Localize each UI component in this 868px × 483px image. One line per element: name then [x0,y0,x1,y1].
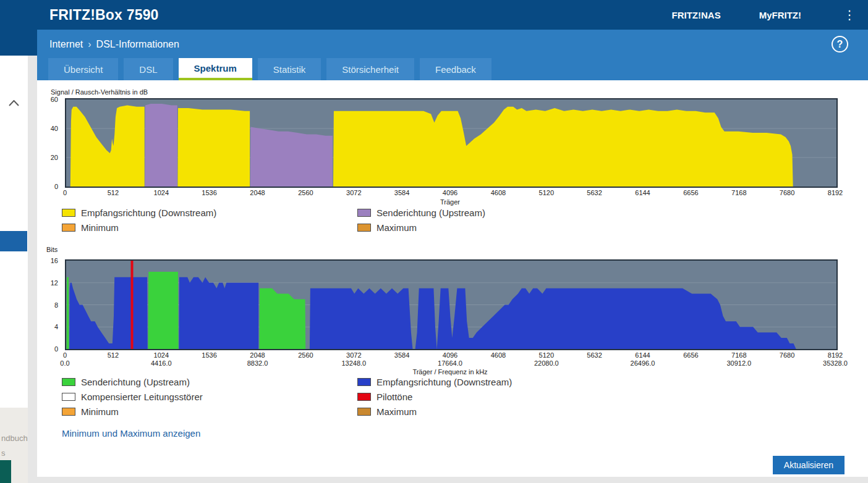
legend-item-upstream: Senderichtung (Upstream) [357,208,485,218]
breadcrumb: Internet›DSL-Informationen [49,39,179,50]
legend-label: Maximum [377,406,417,417]
freq-tick-label: 22080.0 [534,359,559,367]
bits-frequency-axis: 0.04416.08832.013248.017664.022080.02649… [65,359,835,368]
y-tick-label: 0 [54,183,58,190]
x-tick-label: 1024 [154,189,169,196]
x-tick-label: 512 [108,189,119,196]
bits-plot-area [65,259,838,350]
kebab-menu-icon[interactable]: ⋮ [840,9,859,21]
pilottoene-swatch-icon [357,393,371,401]
breadcrumb-page: DSL-Informationen [96,39,179,49]
legend-label: Senderichtung (Upstream) [81,377,190,387]
maximum-swatch-icon [357,224,371,232]
y-tick-label: 8 [54,301,58,309]
myfritz-link[interactable]: MyFRITZ! [759,10,801,20]
tab-bar: Übersicht DSL Spektrum Statistik Störsic… [48,58,491,80]
snr-chart: Signal / Rausch-Verhältnis in dB 0204060… [37,80,868,477]
top-bar: FRITZ!Box 7590 FRITZ!NAS MyFRITZ! ⋮ [0,0,868,30]
x-tick-label: 4096 [443,189,457,196]
bits-legend: Senderichtung (Upstream) Empfangsrichtun… [62,377,512,417]
legend-label: Maximum [377,222,417,233]
x-tick-label: 2048 [250,351,265,359]
app-title: FRITZ!Box 7590 [49,7,159,23]
x-tick-label: 2048 [250,189,265,196]
freq-tick-label: 8832.0 [247,359,268,367]
sidebar [0,56,28,408]
x-tick-label: 512 [108,351,119,359]
freq-tick-label: 26496.0 [631,359,655,367]
sidebar-header-block [0,30,37,56]
legend-label: Minimum [81,406,119,417]
snr-legend: Empfangsrichtung (Downstream) Sendericht… [62,208,485,233]
bits-plot-canvas [66,261,836,349]
bits-x-axis-label: Träger / Frequenz in kHz [65,368,835,376]
snr-plot-area [65,98,838,188]
x-tick-label: 0 [63,351,67,359]
freq-tick-label: 17664.0 [438,359,462,367]
help-button[interactable]: ? [832,36,848,52]
sidebar-link-fragment[interactable]: s [0,448,28,458]
x-tick-label: 3584 [394,351,409,359]
y-tick-label: 0 [54,345,58,353]
downstream-swatch-icon [62,209,75,217]
x-tick-label: 8192 [828,351,843,359]
downstream-swatch-icon [357,378,371,386]
upstream-swatch-icon [62,378,75,386]
bits-x-axis: 0512102415362048256030723584409646085120… [65,351,835,359]
sidebar-link-handbuch[interactable]: ndbuch [0,434,28,443]
tab-stoersicherheit[interactable]: Störsicherheit [326,58,414,80]
y-tick-label: 40 [51,125,58,132]
x-tick-label: 7168 [731,189,746,196]
x-tick-label: 3072 [346,351,361,359]
chevron-up-icon [9,100,19,106]
x-tick-label: 7680 [780,189,794,196]
freq-tick-label: 13248.0 [341,359,366,367]
freq-tick-label: 0.0 [60,359,69,367]
legend-item-upstream: Senderichtung (Upstream) [62,377,357,387]
legend-item-kompensierter: Kompensierter Leitungsstörer [62,392,357,402]
legend-label: Kompensierter Leitungsstörer [81,392,203,402]
x-tick-label: 4096 [443,351,457,359]
legend-item-downstream: Empfangsrichtung (Downstream) [357,377,512,387]
legend-item-minimum: Minimum [62,406,357,417]
sidebar-active-item[interactable] [0,231,27,251]
sidebar-bottom-badge [0,460,11,483]
fritznas-link[interactable]: FRITZ!NAS [672,10,721,20]
x-tick-label: 2560 [298,189,313,196]
tab-feedback[interactable]: Feedback [420,58,491,80]
bits-chart: Bits 0481216 051210241536204825603072358… [37,80,868,477]
freq-tick-label: 35328.0 [823,359,848,367]
breadcrumb-section[interactable]: Internet [49,39,83,49]
tab-spektrum[interactable]: Spektrum [179,58,252,80]
x-tick-label: 1536 [202,351,216,359]
minimum-swatch-icon [62,224,75,232]
x-tick-label: 2560 [298,351,313,359]
y-tick-label: 12 [51,279,58,287]
x-tick-label: 6144 [635,351,650,359]
x-tick-label: 5632 [587,351,602,359]
x-tick-label: 6656 [683,189,698,196]
bits-chart-title: Bits [46,246,57,253]
legend-item-maximum: Maximum [357,222,485,233]
x-tick-label: 1024 [154,351,169,359]
snr-y-axis: 0204060 [37,99,62,187]
tab-statistik[interactable]: Statistik [258,58,321,80]
tab-dsl[interactable]: DSL [124,58,172,80]
y-tick-label: 20 [51,154,58,161]
refresh-button[interactable]: Aktualisieren [773,456,845,474]
x-tick-label: 4608 [491,189,506,196]
x-tick-label: 7168 [731,351,746,359]
upstream-swatch-icon [357,209,371,217]
x-tick-label: 1536 [202,189,216,196]
freq-tick-label: 30912.0 [726,359,751,367]
show-min-max-link[interactable]: Minimum und Maximum anzeigen [62,428,200,439]
collapse-sidebar-button[interactable] [9,100,19,106]
y-tick-label: 60 [51,96,58,103]
content-panel: Signal / Rausch-Verhältnis in dB 0204060… [37,80,868,477]
x-tick-label: 4608 [491,351,506,359]
legend-label: Empfangsrichtung (Downstream) [81,208,216,218]
maximum-swatch-icon [357,408,371,416]
tab-uebersicht[interactable]: Übersicht [48,58,118,80]
page-header-band: Internet›DSL-Informationen ? Übersicht D… [37,30,868,80]
top-nav: FRITZ!NAS MyFRITZ! ⋮ [672,9,859,21]
